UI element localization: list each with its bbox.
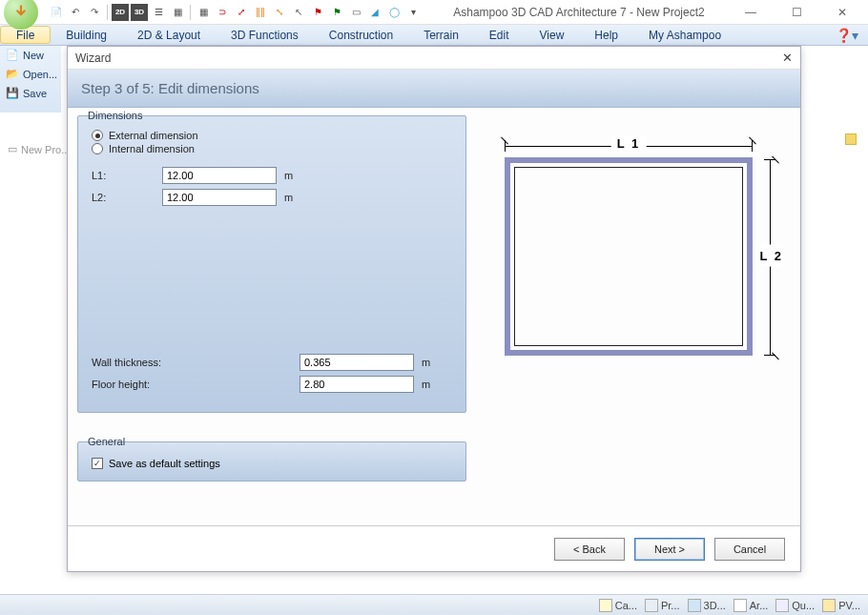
radio-internal-dimension[interactable]: Internal dimension: [92, 143, 456, 154]
menu-construction[interactable]: Construction: [314, 25, 408, 45]
status-3d-label: 3D...: [704, 600, 726, 611]
cancel-button[interactable]: Cancel: [714, 538, 785, 561]
status-3d[interactable]: 3D...: [688, 599, 726, 612]
grid-icon[interactable]: ▦: [195, 4, 212, 21]
snap-icon[interactable]: ⤢: [233, 4, 250, 21]
3d-view-icon[interactable]: 3D: [131, 4, 148, 21]
titlebar: 📄 2D 3D ☰ ▦ ▦ ⊃ ⤢ ‖‖ ⤡ ↖ ⚑ ⚑ ▭ ◢ ◯ ▾ Ash…: [0, 0, 868, 25]
l1-unit: m: [284, 170, 293, 181]
status-ca[interactable]: Ca...: [599, 599, 637, 612]
side-open[interactable]: 📂 Open...: [0, 65, 61, 84]
new-doc-icon[interactable]: 📄: [48, 4, 65, 21]
flag-icon[interactable]: ⚑: [309, 4, 326, 21]
tick-icon: [501, 136, 508, 144]
side-panel-toggle[interactable]: [845, 133, 857, 145]
tile-icon[interactable]: ▦: [169, 4, 186, 21]
redo-icon[interactable]: [86, 4, 103, 21]
wizard-left-panel: Dimensions External dimension Internal d…: [68, 108, 476, 525]
l2-unit: m: [284, 192, 293, 203]
l2-input[interactable]: [162, 189, 277, 206]
save-default-checkbox-row[interactable]: ✓ Save as default settings: [92, 458, 456, 469]
menu-edit[interactable]: Edit: [474, 25, 525, 45]
maximize-button[interactable]: ☐: [782, 3, 811, 22]
status-ca-label: Ca...: [615, 600, 637, 611]
side-new-label: New: [23, 50, 44, 61]
close-button[interactable]: ✕: [828, 3, 857, 22]
dropdown-icon[interactable]: ▾: [404, 4, 422, 21]
separator: [190, 5, 191, 20]
new-icon: 📄: [6, 49, 19, 62]
wizard-title: Wizard: [75, 51, 111, 65]
floor-height-input[interactable]: [300, 376, 414, 393]
general-group: General ✓ Save as default settings: [77, 441, 466, 482]
menu-3d-functions[interactable]: 3D Functions: [216, 25, 314, 45]
checkbox-checked-icon: ✓: [92, 458, 103, 469]
statusbar: Ca... Pr... 3D... Ar... Qu... PV...: [0, 594, 868, 615]
quick-toolbar: 📄 2D 3D ☰ ▦ ▦ ⊃ ⤢ ‖‖ ⤡ ↖ ⚑ ⚑ ▭ ◢ ◯ ▾: [48, 4, 422, 21]
wall-thickness-row: Wall thickness: m: [92, 354, 456, 371]
wizard-close-button[interactable]: ✕: [782, 51, 793, 65]
save-icon: 💾: [6, 87, 19, 100]
help-icon[interactable]: ❓▾: [826, 25, 868, 45]
status-ar-label: Ar...: [750, 600, 769, 611]
status-pv[interactable]: PV...: [822, 599, 860, 612]
cursor-icon[interactable]: ↖: [290, 4, 307, 21]
grid-icon: [688, 599, 701, 612]
status-qu[interactable]: Qu...: [775, 599, 815, 612]
window-controls: — ☐ ✕: [736, 3, 857, 22]
wizard-preview-panel: L 1 L 2: [476, 108, 800, 525]
minimize-button[interactable]: —: [736, 3, 765, 22]
wizard-body: Dimensions External dimension Internal d…: [68, 108, 800, 525]
next-button[interactable]: Next >: [634, 538, 705, 561]
save-default-label: Save as default settings: [109, 458, 220, 469]
menu-2d-layout[interactable]: 2D & Layout: [122, 25, 216, 45]
dimension-label-l2: L 2: [759, 245, 783, 267]
undo-icon[interactable]: [67, 4, 84, 21]
list-icon[interactable]: ☰: [150, 4, 167, 21]
floor-height-unit: m: [422, 379, 430, 390]
sun-icon: [822, 599, 836, 612]
l1-input[interactable]: [162, 167, 277, 184]
menu-view[interactable]: View: [525, 25, 580, 45]
side-save-label: Save: [23, 88, 47, 99]
wizard-titlebar[interactable]: Wizard ✕: [68, 47, 800, 70]
menu-terrain[interactable]: Terrain: [408, 25, 474, 45]
flag2-icon[interactable]: ⚑: [328, 4, 345, 21]
circle-icon[interactable]: ◯: [385, 4, 403, 21]
side-save[interactable]: 💾 Save: [0, 84, 61, 103]
radio-internal-label: Internal dimension: [109, 143, 195, 154]
layers-icon[interactable]: ▭: [347, 4, 364, 21]
tab-new-project[interactable]: ▭ New Pro...: [8, 143, 70, 155]
side-open-label: Open...: [23, 69, 57, 80]
l1-label: L1:: [92, 170, 162, 181]
tick-icon: [772, 352, 779, 359]
status-pr[interactable]: Pr...: [645, 599, 680, 612]
bars-icon[interactable]: ‖‖: [252, 4, 269, 21]
dimensions-legend: Dimensions: [86, 110, 144, 121]
menubar: File Building 2D & Layout 3D Functions C…: [0, 25, 868, 46]
wall-thickness-unit: m: [422, 357, 430, 368]
menu-my-ashampoo[interactable]: My Ashampoo: [633, 25, 736, 45]
eraser-icon[interactable]: ◢: [366, 4, 383, 21]
wizard-footer: < Back Next > Cancel: [68, 525, 800, 571]
side-new[interactable]: 📄 New: [0, 46, 61, 65]
back-button[interactable]: < Back: [554, 538, 625, 561]
tick-icon: [749, 136, 756, 144]
floor-height-row: Floor height: m: [92, 376, 456, 393]
status-ar[interactable]: Ar...: [734, 599, 769, 612]
radio-external-label: External dimension: [109, 130, 198, 141]
axis-icon[interactable]: ⤡: [271, 4, 288, 21]
radio-external-dimension[interactable]: External dimension: [92, 130, 456, 141]
menu-building[interactable]: Building: [51, 25, 122, 45]
tab-new-project-label: New Pro...: [21, 144, 70, 155]
window-icon: ▭: [8, 143, 17, 155]
tree-icon: [645, 599, 658, 612]
app-title: Ashampoo 3D CAD Architecture 7 - New Pro…: [422, 6, 736, 19]
open-icon: 📂: [6, 68, 19, 81]
file-side-toolbar: 📄 New 📂 Open... 💾 Save: [0, 46, 61, 113]
menu-help[interactable]: Help: [579, 25, 633, 45]
wall-thickness-input[interactable]: [300, 354, 414, 371]
general-legend: General: [86, 436, 127, 447]
2d-view-icon[interactable]: 2D: [112, 4, 129, 21]
magnet-icon[interactable]: ⊃: [214, 4, 231, 21]
